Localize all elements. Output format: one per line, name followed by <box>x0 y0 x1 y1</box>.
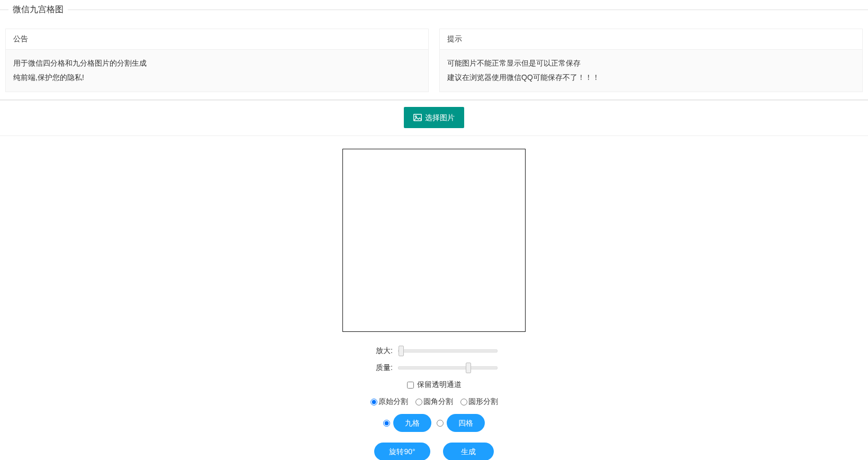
announcement-line1: 用于微信四分格和九分格图片的分割生成 <box>13 56 421 70</box>
split-circle-radio[interactable] <box>460 399 467 405</box>
announcement-line2: 纯前端,保护您的隐私! <box>13 70 421 85</box>
split-circle-option[interactable]: 圆形分割 <box>460 397 498 407</box>
tips-title: 提示 <box>440 29 862 50</box>
announcement-body: 用于微信四分格和九分格图片的分割生成 纯前端,保护您的隐私! <box>6 50 428 92</box>
zoom-label: 放大: <box>370 346 393 356</box>
toolbar: 选择图片 <box>0 100 868 136</box>
announcement-title: 公告 <box>6 29 428 50</box>
split-rounded-label: 圆角分割 <box>423 397 453 407</box>
nine-grid-button[interactable]: 九格 <box>393 414 431 432</box>
four-grid-radio[interactable] <box>437 420 444 427</box>
split-original-radio[interactable] <box>370 399 377 405</box>
cards-row: 公告 用于微信四分格和九分格图片的分割生成 纯前端,保护您的隐私! 提示 可能图… <box>0 19 868 100</box>
four-grid-button[interactable]: 四格 <box>447 414 485 432</box>
tips-line1: 可能图片不能正常显示但是可以正常保存 <box>447 56 855 70</box>
zoom-row: 放大: <box>0 346 868 356</box>
svg-point-1 <box>415 116 417 118</box>
select-image-button[interactable]: 选择图片 <box>404 107 464 128</box>
split-original-label: 原始分割 <box>378 397 408 407</box>
tips-card: 提示 可能图片不能正常显示但是可以正常保存 建议在浏览器使用微信QQ可能保存不了… <box>439 29 863 92</box>
split-rounded-option[interactable]: 圆角分割 <box>415 397 453 407</box>
action-row: 旋转90° 生成 <box>0 443 868 460</box>
quality-label: 质量: <box>370 363 393 373</box>
canvas-area <box>0 136 868 346</box>
split-circle-label: 圆形分割 <box>468 397 498 407</box>
keep-alpha-label: 保留透明通道 <box>417 380 462 390</box>
page-fieldset: 微信九宫格图 公告 用于微信四分格和九分格图片的分割生成 纯前端,保护您的隐私!… <box>0 0 868 100</box>
select-image-label: 选择图片 <box>425 107 455 128</box>
generate-button[interactable]: 生成 <box>443 443 494 460</box>
grid-choice-row: 九格 四格 <box>0 414 868 432</box>
page-title: 微信九宫格图 <box>8 0 68 19</box>
split-mode-row: 原始分割 圆角分割 圆形分割 <box>0 397 868 407</box>
alpha-row: 保留透明通道 <box>0 380 868 390</box>
four-grid-choice: 四格 <box>437 414 485 432</box>
quality-slider[interactable] <box>398 364 498 372</box>
keep-alpha-checkbox[interactable] <box>407 382 414 389</box>
split-rounded-radio[interactable] <box>415 399 422 405</box>
nine-grid-radio[interactable] <box>383 420 390 427</box>
split-original-option[interactable]: 原始分割 <box>370 397 408 407</box>
quality-row: 质量: <box>0 363 868 373</box>
tips-line2: 建议在浏览器使用微信QQ可能保存不了！！！ <box>447 70 855 85</box>
tips-body: 可能图片不能正常显示但是可以正常保存 建议在浏览器使用微信QQ可能保存不了！！！ <box>440 50 862 92</box>
rotate-button[interactable]: 旋转90° <box>374 443 430 460</box>
controls: 放大: 质量: 保留透明通道 原始分割 圆角分割 圆形分割 九格 四格 <box>0 346 868 460</box>
image-icon <box>413 114 422 121</box>
announcement-card: 公告 用于微信四分格和九分格图片的分割生成 纯前端,保护您的隐私! <box>5 29 429 92</box>
preview-canvas[interactable] <box>342 149 526 332</box>
zoom-slider[interactable] <box>398 347 498 355</box>
nine-grid-choice: 九格 <box>383 414 431 432</box>
